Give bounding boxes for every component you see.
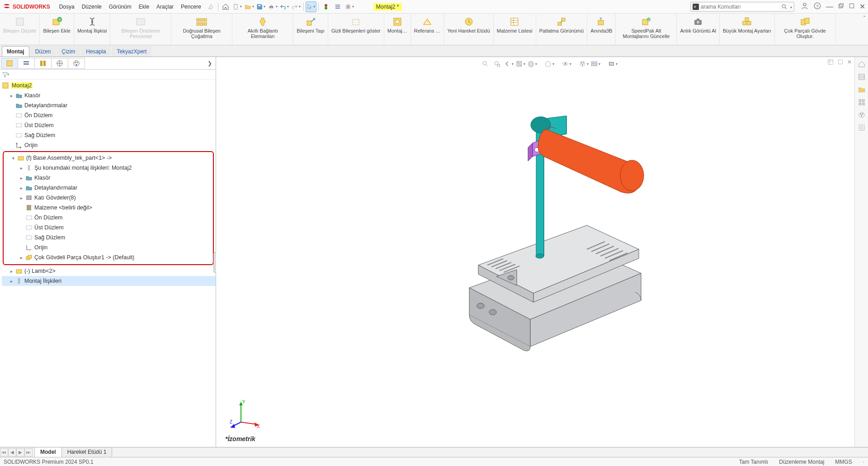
graphics-area[interactable]: ✕	[216, 57, 854, 447]
ribbon-multibody[interactable]: Çok Parçalı Gövde Oluştur.	[775, 14, 836, 45]
home-icon[interactable]	[220, 1, 231, 12]
taskpane-home-icon[interactable]	[856, 59, 867, 70]
search-menu-icon[interactable]	[789, 4, 792, 10]
tree-item[interactable]: Malzeme <belirli değil>	[4, 203, 213, 213]
hide-show-icon[interactable]	[561, 59, 571, 69]
tree-item[interactable]: ▸Katı Gövdeler(8)	[4, 193, 213, 203]
search-icon[interactable]	[781, 4, 788, 10]
taskpane-view-palette-icon[interactable]	[856, 97, 867, 108]
ribbon-collapse-icon[interactable]: ˇ	[863, 15, 865, 22]
scene-icon[interactable]	[590, 59, 600, 69]
menu-window[interactable]: Pencere	[177, 2, 205, 12]
search-input[interactable]	[701, 4, 779, 10]
tree-item[interactable]: ▸Şu konumdaki montaj ilişkileri: Montaj2	[4, 163, 213, 173]
tree-item[interactable]: ▸Klasör	[2, 90, 216, 100]
menu-file[interactable]: Dosya	[56, 2, 78, 12]
taskpane-resources-icon[interactable]	[856, 71, 867, 82]
prev-view-icon[interactable]	[504, 59, 514, 69]
search-box[interactable]	[690, 2, 794, 12]
ribbon-bom[interactable]: Malzeme Listesi	[494, 14, 536, 45]
tree-item[interactable]: Sağ Düzlem	[4, 233, 213, 243]
help-icon[interactable]: ?	[813, 2, 821, 11]
appearance-icon[interactable]	[579, 59, 589, 69]
ribbon-mate[interactable]: Montaj İlişkisi	[74, 14, 110, 45]
zoom-fit-icon[interactable]	[480, 59, 490, 69]
tree-part-root[interactable]: ▾(f) Base Assembly_tek_part<1> ->	[4, 153, 213, 163]
options-list-icon[interactable]	[332, 1, 343, 12]
tree-root[interactable]: Montaj2	[2, 81, 216, 90]
ribbon-instant3d[interactable]: Anında3B	[587, 14, 616, 45]
maximize-icon[interactable]	[849, 3, 855, 10]
minimize-icon[interactable]: —	[826, 3, 833, 11]
rebuild-icon[interactable]	[321, 1, 331, 12]
ribbon-move-component[interactable]: Bileşeni Taşı	[293, 14, 328, 45]
settings-icon[interactable]	[344, 1, 355, 12]
display-style-icon[interactable]	[544, 59, 554, 69]
status-units[interactable]: MMGS	[835, 459, 852, 465]
zoom-area-icon[interactable]	[492, 59, 502, 69]
ribbon-linear-pattern[interactable]: Doğrusal Bileşen Çoğaltma	[171, 14, 232, 45]
redo-icon[interactable]	[291, 1, 302, 12]
ribbon-exploded-view[interactable]: Patlatma Görünümü	[536, 14, 587, 45]
menu-view[interactable]: Görünüm	[105, 2, 135, 12]
view-orient-icon[interactable]	[527, 59, 537, 69]
restore-icon[interactable]	[838, 3, 844, 10]
ribbon-large-assembly[interactable]: Büyük Montaj Ayarları	[720, 14, 775, 45]
user-icon[interactable]	[801, 2, 809, 11]
tree-item[interactable]: Detaylandırmalar	[2, 100, 216, 110]
property-tab-icon[interactable]	[18, 58, 35, 69]
ribbon-tab-duzen[interactable]: Düzen	[30, 46, 56, 57]
ribbon-insert-component[interactable]: +Bileşen Ekle	[40, 14, 74, 45]
tree-filter[interactable]: ▾	[0, 70, 216, 80]
open-icon[interactable]	[244, 1, 255, 12]
bottom-tab-motion[interactable]: Hareket Etüdü 1	[61, 447, 113, 457]
taskpane-custom-props-icon[interactable]	[856, 122, 867, 133]
tree-item[interactable]: Orijin	[2, 140, 216, 150]
tree-item[interactable]: ▸Detaylandırmalar	[4, 183, 213, 193]
render-icon[interactable]	[608, 59, 618, 69]
menu-insert[interactable]: Ekle	[135, 2, 153, 12]
status-more[interactable]: ·	[863, 459, 864, 465]
ribbon-smart-fasteners[interactable]: Akıllı Bağlantı Elemanları	[232, 14, 293, 45]
print-icon[interactable]	[267, 1, 278, 12]
tree-item[interactable]: Ön Düzlem	[4, 213, 213, 223]
tree-item[interactable]: Üst Düzlem	[2, 120, 216, 130]
select-icon[interactable]	[306, 1, 316, 12]
panel-collapse-icon[interactable]: ❯	[205, 60, 215, 67]
ribbon-tab-hesapla[interactable]: Hesapla	[81, 46, 111, 57]
pin-icon[interactable]	[205, 1, 216, 12]
tree-item[interactable]: Orijin	[4, 243, 213, 252]
new-icon[interactable]	[232, 1, 243, 12]
tree-item[interactable]: ▸Montaj İlişkileri	[2, 276, 216, 286]
tree-item[interactable]: ▸(-) Lamb<2>	[2, 266, 216, 276]
feature-tree[interactable]: Montaj2 ▸Klasör Detaylandırmalar Ön Düzl…	[0, 80, 216, 447]
vp-new-window-icon[interactable]	[827, 59, 834, 67]
appearance-tab-icon[interactable]	[68, 58, 85, 69]
tree-item[interactable]: Üst Düzlem	[4, 223, 213, 233]
tree-item[interactable]: ▸Çok Gövdeli Parça Oluştur1 -> (Default)	[4, 252, 213, 262]
tree-item[interactable]: Sağ Düzlem	[2, 130, 216, 140]
tab-nav[interactable]: ⏮◀▶⏭	[0, 448, 33, 456]
ribbon-assembly-features[interactable]: Montaj…	[384, 14, 411, 45]
config-tab-icon[interactable]	[34, 58, 52, 69]
ribbon-reference-geom[interactable]: *Referans …	[411, 14, 444, 45]
taskpane-appearance-icon[interactable]	[856, 109, 867, 120]
close-icon[interactable]: ✕	[859, 2, 865, 11]
menu-edit[interactable]: Düzenle	[78, 2, 105, 12]
undo-icon[interactable]	[279, 1, 290, 12]
ribbon-speedpak[interactable]: SpeedPak Alt Montajlarını Güncelle	[616, 14, 677, 45]
ribbon-tab-montaj[interactable]: Montaj	[2, 46, 29, 57]
ribbon-tab-tekyaz[interactable]: TekyazXpert	[112, 46, 151, 57]
save-icon[interactable]	[255, 1, 266, 12]
menu-tools[interactable]: Araçlar	[153, 2, 177, 12]
ribbon-show-hidden[interactable]: Gizli Bileşenleri göster	[328, 14, 384, 45]
tree-tab-icon[interactable]	[1, 58, 18, 69]
tree-item[interactable]: ▸Klasör	[4, 173, 213, 183]
taskpane-design-lib-icon[interactable]	[856, 84, 867, 95]
ribbon-tab-cizim[interactable]: Çizim	[57, 46, 80, 57]
ribbon-snapshot[interactable]: Anlık Görüntü Al	[677, 14, 720, 45]
dimxpert-tab-icon[interactable]	[51, 58, 68, 69]
bottom-tab-model[interactable]: Model	[34, 447, 62, 457]
vp-maximize-icon[interactable]	[837, 59, 844, 67]
section-view-icon[interactable]	[515, 59, 525, 69]
